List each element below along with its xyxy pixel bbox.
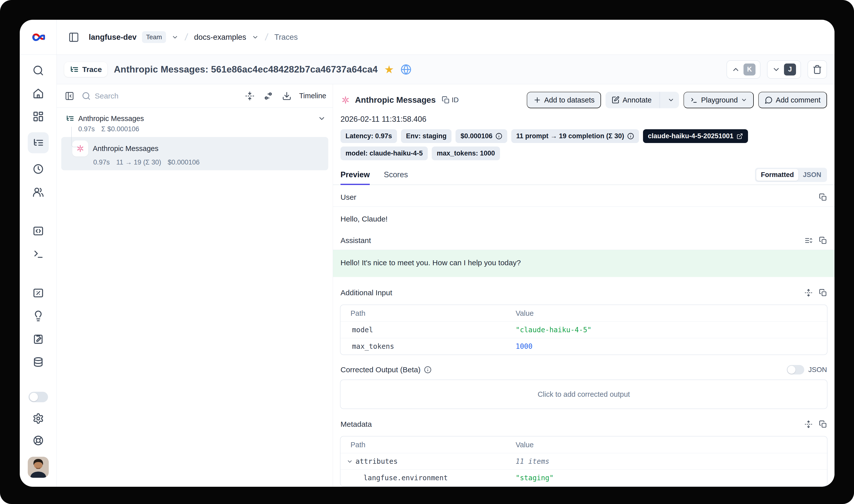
home-icon: [33, 88, 44, 99]
tree-item-trace-root[interactable]: Anthropic Messages 0.97s Σ $0.000106: [57, 112, 333, 136]
sidebar-item-scores[interactable]: [28, 283, 49, 304]
timeline-toggle[interactable]: Timeline: [299, 92, 326, 100]
fold-vertical-icon[interactable]: [243, 90, 256, 102]
sidebar-item-tracing[interactable]: [28, 132, 49, 153]
star-icon[interactable]: ★: [384, 64, 394, 75]
tree-child-title: Anthropic Messages: [93, 144, 159, 153]
row-value: 11 items: [516, 453, 827, 469]
square-pen-icon: [612, 96, 619, 104]
corrected-output-placeholder: Click to add corrected output: [538, 390, 630, 398]
sidebar-item-users[interactable]: [28, 181, 49, 202]
format-option-json[interactable]: JSON: [798, 169, 826, 181]
corrected-output-heading: Corrected Output (Beta): [341, 365, 420, 374]
table-row[interactable]: max_tokens 1000: [341, 338, 827, 355]
sidebar-item-search[interactable]: [28, 60, 49, 81]
unfold-vertical-icon[interactable]: [804, 420, 813, 428]
life-buoy-icon: [33, 435, 44, 446]
breadcrumb-separator: /: [264, 32, 270, 42]
preview-scroll-area[interactable]: User Hello, Claude! Assistant: [333, 185, 835, 487]
copy-icon[interactable]: [819, 236, 827, 245]
sidebar-item-datasets[interactable]: [28, 352, 49, 373]
copy-icon[interactable]: [819, 193, 827, 201]
chevron-down-icon[interactable]: [171, 34, 179, 41]
sidebar-item-annotation-queues[interactable]: [28, 328, 49, 349]
chevron-down-icon[interactable]: [318, 114, 326, 123]
format-option-formatted[interactable]: Formatted: [756, 169, 798, 181]
info-icon: [627, 133, 634, 140]
add-comment-button[interactable]: Add comment: [758, 92, 827, 108]
table-row[interactable]: langfuse.environment "staging": [341, 469, 827, 486]
terminal-icon: [690, 96, 698, 104]
assistant-heading: Assistant: [341, 236, 371, 245]
search-placeholder: Search: [95, 92, 119, 100]
model-link-badge[interactable]: claude-haiku-4-5-20251001: [643, 129, 748, 143]
globe-icon[interactable]: [400, 64, 412, 75]
corrected-output-json-toggle[interactable]: [787, 365, 804, 375]
tab-scores[interactable]: Scores: [384, 170, 408, 185]
table-row[interactable]: model "claude-haiku-4-5": [341, 322, 827, 338]
annotate-label: Annotate: [622, 96, 652, 104]
table-row[interactable]: attributes 11 items: [341, 453, 827, 469]
cost-badge[interactable]: $0.000106: [455, 129, 507, 143]
langfuse-logo-icon[interactable]: [32, 31, 45, 44]
user-avatar[interactable]: [28, 457, 49, 478]
assistant-message: Hello! It's nice to meet you. How can I …: [333, 250, 835, 277]
column-path: Path: [341, 437, 516, 453]
tab-preview[interactable]: Preview: [341, 170, 370, 185]
sidebar: [20, 20, 57, 487]
token-usage-badge[interactable]: 11 prompt → 19 completion (Σ 30): [511, 129, 639, 143]
sidebar-item-home[interactable]: [28, 83, 49, 104]
list-collapse-icon[interactable]: [804, 236, 813, 245]
panel-collapse-icon[interactable]: [63, 90, 76, 102]
annotate-dropdown-button[interactable]: [663, 92, 679, 108]
shortcut-key-j: J: [784, 64, 796, 75]
tree-root-latency: 0.97s: [78, 125, 95, 133]
add-to-datasets-button[interactable]: Add to datasets: [527, 92, 601, 108]
sidebar-item-dashboards[interactable]: [28, 106, 49, 127]
panel-left-icon[interactable]: [67, 31, 80, 44]
detail-tabs: Preview Scores Formatted JSON: [333, 160, 835, 185]
unfold-vertical-icon[interactable]: [804, 289, 813, 297]
app-window: langfuse-dev Team / docs-examples / Trac…: [20, 20, 835, 487]
sidebar-item-support[interactable]: [28, 430, 49, 451]
chevron-down-icon[interactable]: [346, 458, 353, 465]
search-icon: [33, 65, 44, 76]
breadcrumb-environment[interactable]: docs-examples: [194, 33, 246, 42]
trace-tree: Anthropic Messages 0.97s Σ $0.000106: [57, 108, 333, 170]
file-code-icon: [33, 225, 44, 237]
add-to-datasets-label: Add to datasets: [544, 96, 595, 104]
download-icon[interactable]: [280, 90, 293, 102]
sidebar-item-sessions[interactable]: [28, 159, 49, 180]
org-type-badge: Team: [142, 31, 166, 43]
dark-mode-toggle[interactable]: [29, 392, 48, 402]
chevron-down-icon: [741, 97, 747, 103]
copy-id-button[interactable]: ID: [442, 96, 459, 104]
observation-detail-panel: Anthropic Messages ID Add to datasets: [333, 84, 835, 487]
annotate-button[interactable]: Annotate: [605, 92, 656, 108]
sidebar-item-evaluators[interactable]: [28, 306, 49, 326]
playground-button[interactable]: Playground: [684, 92, 754, 108]
sidebar-item-playground[interactable]: [28, 244, 49, 265]
sidebar-item-settings[interactable]: [28, 408, 49, 429]
delete-trace-button[interactable]: [807, 60, 827, 79]
info-icon[interactable]: [424, 366, 432, 374]
format-toggle: Formatted JSON: [755, 168, 827, 182]
next-trace-button[interactable]: J: [767, 60, 801, 79]
message-circle-icon: [765, 96, 773, 104]
column-value: Value: [516, 305, 827, 322]
breadcrumb-project[interactable]: langfuse-dev: [89, 33, 137, 42]
view-settings-icon[interactable]: [262, 90, 274, 102]
copy-icon: [442, 96, 450, 104]
chevron-down-icon[interactable]: [252, 34, 259, 41]
users-icon: [33, 186, 44, 198]
search-input[interactable]: Search: [82, 91, 237, 101]
corrected-output-box[interactable]: Click to add corrected output: [340, 379, 828, 409]
breadcrumb-page[interactable]: Traces: [274, 33, 298, 42]
metadata-header: Metadata: [340, 409, 828, 433]
copy-icon[interactable]: [819, 289, 827, 297]
toggle-knob: [30, 393, 38, 401]
sidebar-item-prompts[interactable]: [28, 220, 49, 241]
previous-trace-button[interactable]: K: [727, 60, 761, 79]
tree-item-generation-selected[interactable]: Anthropic Messages 0.97s 11 → 19 (Σ 30) …: [61, 137, 328, 170]
copy-icon[interactable]: [819, 420, 827, 428]
